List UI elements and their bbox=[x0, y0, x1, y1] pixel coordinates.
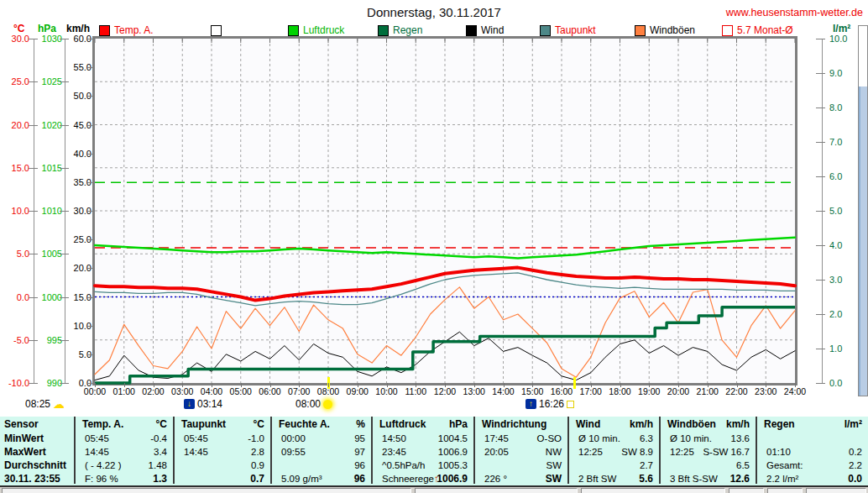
pressure-axis-tick-label: 1025 bbox=[35, 76, 62, 87]
time-tick-mark bbox=[620, 383, 621, 387]
sunset-square-icon bbox=[567, 401, 574, 408]
wind-axis-unit: km/h bbox=[66, 23, 90, 34]
table-column-header: Windböenkm/h bbox=[661, 417, 756, 431]
temp-axis-unit: °C bbox=[13, 23, 24, 34]
rain-axis-tick-mark bbox=[816, 383, 825, 384]
table-cell: 23:451006.9 bbox=[373, 445, 473, 459]
legend-swatch-icon bbox=[635, 25, 646, 36]
table-cell: 2.2 l/m²0.0 bbox=[757, 472, 868, 485]
rain-axis-tick-mark bbox=[816, 211, 825, 212]
rain-axis-tick-mark bbox=[816, 39, 825, 39]
moonset-time: 03:14 bbox=[197, 398, 222, 410]
time-tick-label: 15:00 bbox=[517, 386, 547, 396]
rain-axis-tick-mark bbox=[816, 108, 825, 108]
legend-label: Temp. A. bbox=[114, 24, 154, 36]
pressure-axis-tick-label: 1030 bbox=[35, 34, 62, 44]
time-tick-label: 23:00 bbox=[750, 386, 781, 396]
right-scroll-gauge[interactable] bbox=[858, 25, 868, 396]
legend-label: Regen bbox=[393, 24, 422, 36]
time-tick-mark bbox=[649, 383, 650, 387]
table-column-header: Feuchte A.% bbox=[272, 417, 371, 431]
legend-item-taupunkt: Taupunkt bbox=[540, 24, 635, 36]
temp-axis-tick-label: 5.0 bbox=[2, 249, 29, 259]
time-tick-label: 00:00 bbox=[80, 386, 110, 396]
legend-swatch-icon bbox=[211, 25, 222, 36]
table-column-regen: Regenl/m²01:100.2Gesamt:2.22.2 l/m²0.0 bbox=[756, 417, 868, 484]
table-cell: 17:45O-SO bbox=[475, 432, 567, 445]
table-cell: 0.7 bbox=[175, 472, 270, 485]
status-bar-panel bbox=[2, 488, 411, 493]
time-tick-label: 04:00 bbox=[196, 386, 227, 396]
legend-label: Taupunkt bbox=[555, 24, 596, 36]
rain-axis-tick-mark bbox=[816, 314, 825, 315]
sensor-row-label: Durchschnitt bbox=[4, 459, 72, 472]
time-tick-mark bbox=[182, 383, 183, 387]
pressure-axis-tick-label: 990 bbox=[35, 378, 62, 388]
time-tick-mark bbox=[416, 383, 416, 387]
rain-axis-tick-label: 3.0 bbox=[829, 275, 860, 285]
time-tick-label: 08:00 bbox=[313, 386, 343, 396]
time-tick-label: 14:00 bbox=[489, 386, 519, 396]
legend-item-regen: Regen bbox=[378, 24, 466, 36]
weather-station-page: Donnerstag, 30.11.2017 www.heusenstamm-w… bbox=[0, 0, 868, 493]
time-tick-mark bbox=[241, 383, 242, 387]
table-cell: ( - 4.22 )1.48 bbox=[76, 459, 173, 472]
temp-axis-tick-label: 25.0 bbox=[2, 76, 29, 87]
website-link[interactable]: www.heusenstamm-wetter.de bbox=[726, 7, 863, 18]
moonrise-time: 16:26 bbox=[539, 398, 564, 410]
time-tick-label: 01:00 bbox=[109, 386, 139, 396]
legend-item-blank bbox=[211, 25, 288, 36]
pressure-axis-tick-label: 995 bbox=[35, 335, 62, 345]
time-tick-label: 11:00 bbox=[400, 386, 431, 396]
sensor-table: SensorMinWertMaxWertDurchschnitt30.11. 2… bbox=[0, 417, 868, 487]
table-cell: 20:05NW bbox=[475, 445, 567, 459]
gauge-fill bbox=[859, 87, 867, 396]
table-cell: Ø 10 min.6.3 bbox=[569, 432, 659, 445]
rain-axis-tick-label: 4.0 bbox=[829, 240, 860, 250]
time-tick-label: 09:00 bbox=[342, 386, 373, 396]
rain-axis-tick-mark bbox=[816, 176, 825, 177]
pressure-axis-tick-label: 1000 bbox=[35, 292, 62, 302]
sensor-row-label: Sensor bbox=[4, 417, 72, 431]
time-tick-mark bbox=[270, 383, 271, 387]
time-tick-mark bbox=[737, 383, 738, 387]
time-tick-mark bbox=[766, 383, 766, 387]
time-tick-mark bbox=[795, 383, 796, 387]
table-cell bbox=[757, 432, 868, 445]
time-tick-mark bbox=[387, 383, 388, 387]
table-column-header: LuftdruckhPa bbox=[373, 417, 473, 431]
sun-note-marker: 08:25 ☁ bbox=[25, 398, 65, 410]
temp-axis-tick-label: 30.0 bbox=[2, 34, 29, 44]
table-cell: Schneerege↑1006.9 bbox=[373, 472, 473, 485]
table-column-header: Windrichtung bbox=[475, 417, 567, 431]
pressure-axis-tick-label: 1010 bbox=[35, 206, 62, 216]
table-cell: 6.5 bbox=[661, 459, 756, 472]
legend-label: 5.7 Monat-Ø bbox=[737, 24, 793, 36]
table-column-header: Windkm/h bbox=[569, 417, 659, 431]
time-tick-label: 12:00 bbox=[430, 386, 460, 396]
rain-axis-tick-label: 7.0 bbox=[829, 137, 860, 147]
time-tick-label: 13:00 bbox=[459, 386, 489, 396]
time-tick-mark bbox=[154, 383, 154, 387]
table-column-wind: Windkm/hØ 10 min.6.312:25SW 8.92.72 Bft … bbox=[567, 417, 659, 484]
table-cell: 0.9 bbox=[175, 459, 270, 472]
rain-axis-unit: l/m² bbox=[833, 23, 850, 34]
time-tick-mark bbox=[532, 383, 533, 387]
sensor-label-column: SensorMinWertMaxWertDurchschnitt30.11. 2… bbox=[0, 417, 74, 484]
sensor-row-label: 30.11. 23:55 bbox=[4, 472, 72, 485]
time-tick-label: 02:00 bbox=[139, 386, 169, 396]
pressure-axis-tick-mark bbox=[60, 168, 69, 169]
moon-down-icon: ↓ bbox=[184, 399, 195, 409]
rain-axis-tick-mark bbox=[816, 349, 825, 349]
table-cell: 05:45-0.4 bbox=[76, 432, 173, 445]
sensor-row-label: MinWert bbox=[4, 432, 72, 445]
rain-axis-tick-label: 10.0 bbox=[829, 34, 860, 44]
legend-item-wind: Wind bbox=[466, 24, 540, 36]
rain-axis-tick-label: 1.0 bbox=[829, 344, 860, 354]
status-bar-panel bbox=[806, 488, 866, 493]
time-tick-mark bbox=[212, 383, 212, 387]
temp-axis-tick-label: 10.0 bbox=[2, 206, 29, 216]
pressure-axis-tick-label: 1005 bbox=[35, 249, 62, 259]
time-tick-mark bbox=[445, 383, 446, 387]
table-cell: 09:5597 bbox=[272, 445, 371, 459]
